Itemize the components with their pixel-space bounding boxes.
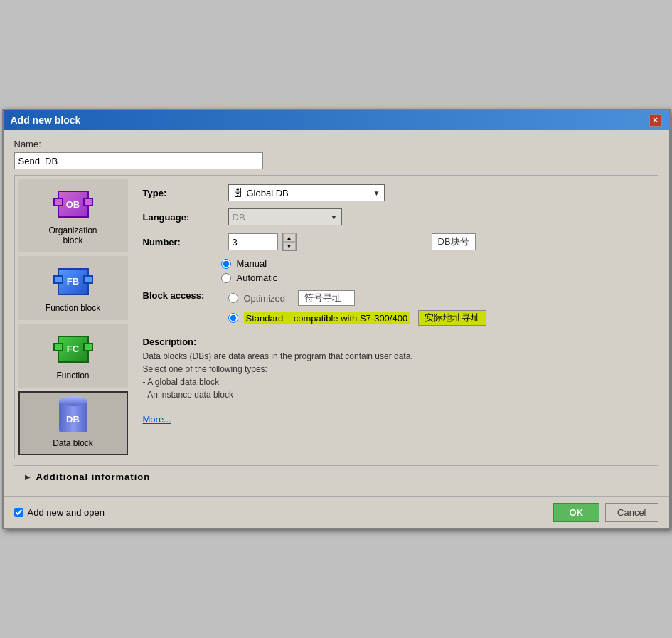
optimized-option: Optimized 符号寻址 — [228, 290, 487, 306]
fc-label: Function — [56, 371, 89, 381]
dropdown-arrow: ▼ — [373, 189, 380, 197]
sidebar-item-ob[interactable]: OB Organizationblock — [18, 179, 128, 252]
actual-addr-label: 实际地址寻址 — [418, 310, 486, 326]
block-access-section: Block access: Optimized 符号寻址 Standard – … — [143, 290, 647, 326]
language-dropdown[interactable]: DB ▼ — [228, 208, 342, 225]
db-number-hint: DB块号 — [432, 233, 476, 250]
language-label: Language: — [143, 212, 221, 223]
automatic-label: Automatic — [237, 272, 278, 283]
type-value: Global DB — [247, 188, 289, 198]
language-value: DB — [233, 212, 245, 223]
fc-icon: FC — [54, 331, 92, 367]
description-section: Description: Data blocks (DBs) are data … — [143, 336, 647, 401]
access-options: Optimized 符号寻址 Standard – compatible wit… — [228, 290, 487, 326]
desc-line3: - A global data block — [143, 377, 219, 387]
desc-text: Data blocks (DBs) are data areas in the … — [143, 350, 647, 401]
type-label: Type: — [143, 188, 221, 198]
dialog-body: Name: OB Organizationblock — [4, 130, 669, 496]
number-row: Number: ▲ ▼ DB块号 — [143, 233, 647, 251]
desc-line1: Data blocks (DBs) are data areas in the … — [143, 351, 413, 361]
sidebar-item-db[interactable]: DB Data block — [18, 391, 128, 455]
symbol-addr-label: 符号寻址 — [298, 290, 355, 306]
desc-line2: Select one of the following types: — [143, 364, 267, 374]
standard-option: Standard – compatible with S7-300/400 实际… — [228, 310, 487, 326]
desc-line4: - An instance data block — [143, 390, 233, 400]
number-input[interactable] — [228, 233, 278, 250]
optimized-label: Optimized — [244, 293, 286, 304]
expand-icon: ▶ — [25, 473, 31, 481]
fb-icon: FB — [54, 264, 92, 299]
manual-auto-group: Manual Automatic — [221, 258, 647, 283]
automatic-radio[interactable] — [221, 273, 231, 283]
left-panel: OB Organizationblock FB Function block — [15, 176, 132, 459]
number-label: Number: — [143, 237, 221, 248]
fb-label: Function block — [46, 303, 100, 313]
db-icon-small: 🗄 — [233, 187, 242, 198]
manual-radio[interactable] — [221, 259, 231, 269]
db-icon: DB — [55, 399, 91, 435]
cancel-button[interactable]: Cancel — [605, 503, 658, 522]
db-label: Data block — [53, 438, 93, 448]
automatic-row: Automatic — [221, 272, 647, 283]
desc-title: Description: — [143, 336, 647, 347]
dialog-title: Add new block — [11, 115, 81, 126]
block-access-row: Block access: Optimized 符号寻址 Standard – … — [143, 290, 647, 326]
name-label: Name: — [14, 139, 658, 149]
add-open-label: Add new and open — [28, 507, 105, 518]
manual-label: Manual — [237, 258, 267, 269]
optimized-radio[interactable] — [228, 293, 238, 303]
footer-check-group: Add new and open — [14, 507, 548, 518]
add-new-block-dialog: Add new block × Name: OB Organizationblo… — [2, 109, 671, 529]
number-spinner: ▲ ▼ — [282, 233, 297, 251]
sidebar-item-fb[interactable]: FB Function block — [18, 256, 128, 320]
additional-info-bar[interactable]: ▶ Additional information — [14, 465, 658, 488]
title-bar: Add new block × — [4, 110, 669, 130]
number-input-group: ▲ ▼ — [228, 233, 297, 251]
language-row: Language: DB ▼ — [143, 208, 647, 225]
manual-row: Manual — [221, 258, 647, 269]
standard-radio[interactable] — [228, 313, 238, 323]
add-open-checkbox[interactable] — [14, 508, 23, 517]
language-dropdown-arrow: ▼ — [331, 213, 338, 221]
more-link[interactable]: More... — [143, 414, 647, 425]
main-content: OB Organizationblock FB Function block — [14, 175, 658, 459]
footer: Add new and open OK Cancel — [4, 496, 669, 528]
spinner-down[interactable]: ▼ — [283, 242, 296, 250]
close-button[interactable]: × — [649, 114, 662, 127]
ob-label: Organizationblock — [48, 225, 97, 245]
standard-label: Standard – compatible with S7-300/400 — [244, 312, 410, 324]
name-input[interactable] — [14, 152, 263, 169]
spinner-up[interactable]: ▲ — [283, 233, 296, 242]
sidebar-item-fc[interactable]: FC Function — [18, 324, 128, 388]
additional-info-label: Additional information — [36, 472, 151, 482]
right-panel: Type: 🗄 Global DB ▼ Language: DB ▼ — [132, 176, 658, 459]
block-access-label: Block access: — [143, 290, 221, 301]
type-row: Type: 🗄 Global DB ▼ — [143, 184, 647, 201]
name-section: Name: — [14, 139, 658, 169]
ok-button[interactable]: OK — [553, 503, 600, 522]
ob-icon: OB — [54, 186, 92, 222]
type-dropdown[interactable]: 🗄 Global DB ▼ — [228, 184, 385, 201]
